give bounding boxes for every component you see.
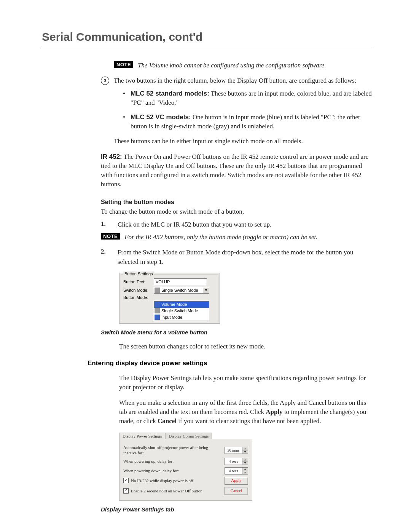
dropdown-item-input-mode[interactable]: Input Mode [154, 314, 209, 321]
dropdown-item-volume-mode[interactable]: Volume Mode [154, 301, 209, 308]
spinner-value: 4 secs [225, 468, 242, 474]
tab-display-comm-settings[interactable]: Display Comm Settings [165, 433, 212, 439]
button-settings-panel: Button Settings Button Text: Switch Mode… [119, 273, 220, 324]
ir452-label: IR 452: [101, 153, 122, 160]
display-power-settings-panel: Display Power Settings Display Comm Sett… [119, 432, 252, 500]
fieldset-legend: Button Settings [123, 272, 154, 276]
row-auto-shutoff: Automatically shut-off projector power a… [123, 445, 248, 455]
note-ir452-buttons: NOTE For the IR 452 buttons, only the bu… [101, 233, 373, 242]
ol-num: 1. [101, 220, 107, 229]
spinner-powerup-delay[interactable]: 4 secs ▲ ▼ [225, 458, 248, 465]
spinner-up-icon[interactable]: ▲ [242, 468, 248, 471]
spinner-down-icon[interactable]: ▼ [242, 451, 248, 454]
cancel-button[interactable]: Cancel [225, 487, 248, 495]
bullet-label: MLC 52 VC models: [131, 113, 191, 121]
title-rule [42, 46, 373, 46]
dropdown-item-label: Input Mode [160, 315, 182, 320]
swatch-icon [155, 302, 160, 307]
checkbox-2sec-hold[interactable]: ✓ [123, 488, 129, 494]
spinner-up-icon[interactable]: ▲ [242, 447, 248, 451]
tab-display-power-settings[interactable]: Display Power Settings [119, 433, 165, 439]
input-button-text[interactable] [154, 278, 207, 285]
row-switch-mode: Switch Mode: Single Switch Mode ▼ [123, 287, 216, 294]
note-volume-knob: NOTE The Volume knob cannot be configure… [114, 61, 373, 70]
ol-step-2: 2. From the Switch Mode or Button Mode d… [101, 248, 373, 266]
caption-display-power-settings-tab: Display Power Settings tab [101, 506, 373, 513]
row-powerup-delay: When powering up, delay for: 4 secs ▲ ▼ [123, 458, 248, 465]
select-value: Single Switch Mode [160, 288, 203, 292]
dropdown-item-single-switch[interactable]: Single Switch Mode [154, 308, 209, 314]
section2-p1: The Display Power Settings tab lets you … [119, 374, 373, 392]
row-button-text: Button Text: [123, 278, 216, 285]
heading-setting-button-modes: Setting the button modes [101, 199, 373, 206]
ol-step2-body: From the Switch Mode or Button Mode drop… [118, 248, 373, 266]
note-badge: NOTE [114, 61, 133, 68]
note-text: The Volume knob cannot be configured usi… [138, 61, 326, 70]
heading-entering-display-power: Entering display device power settings [88, 359, 373, 367]
row-powerdown-delay: When powering down, delay for: 4 secs ▲ … [123, 467, 248, 474]
ol-num: 2. [101, 248, 107, 266]
caption-switch-mode-menu: Switch Mode menu for a volume button [101, 329, 373, 335]
row-no-ir232: ✓ No IR/232 while display power is off A… [123, 477, 248, 485]
ir452-paragraph: IR 452: The Power On and Power Off butto… [101, 152, 373, 189]
chevron-down-icon[interactable]: ▼ [203, 288, 209, 293]
select-switch-mode[interactable]: Single Switch Mode ▼ [154, 287, 209, 294]
spinner-value: 30 mins [225, 447, 242, 454]
checkbox-label: No IR/232 while display power is off [131, 478, 193, 483]
label-auto-shutoff: Automatically shut-off projector power a… [123, 445, 221, 455]
dropdown-switch-mode-open[interactable]: Volume Mode Single Switch Mode Input Mod… [154, 301, 209, 321]
step-number-3: 3 [101, 77, 109, 85]
ol-step1-body: Click on the MLC or IR 452 button that y… [118, 220, 271, 229]
spinner-powerdown-delay[interactable]: 4 secs ▲ ▼ [225, 467, 248, 474]
row-button-mode: Button Mode: [123, 295, 216, 300]
bullet-dot: • [123, 113, 125, 131]
section2-p2: When you make a selection in any of the … [119, 398, 373, 426]
bullet-label: MLC 52 standard models: [131, 90, 209, 97]
note-badge: NOTE [101, 233, 120, 240]
swatch-icon [155, 315, 160, 320]
step3-lead: The two buttons in the right column, bel… [114, 76, 373, 85]
label-powerdown-delay: When powering down, delay for: [123, 468, 221, 473]
bullet-standard-models: • MLC 52 standard models: These buttons … [123, 89, 373, 107]
label-button-mode: Button Mode: [123, 295, 154, 300]
bullet-vc-models: • MLC 52 VC models: One button is in inp… [123, 113, 373, 131]
checkbox-label: Enable 2 second hold on Power Off button [131, 489, 202, 493]
step3-after: These buttons can be in either input or … [114, 137, 373, 146]
spinner-up-icon[interactable]: ▲ [242, 458, 248, 462]
spinner-down-icon[interactable]: ▼ [242, 462, 248, 465]
ir452-rest: The Power On and Power Off buttons on th… [101, 153, 368, 188]
setting-modes-intro: To change the button mode or switch mode… [101, 207, 373, 216]
dropdown-item-label: Volume Mode [160, 302, 187, 307]
ol-step-1: 1. Click on the MLC or IR 452 button tha… [101, 220, 373, 229]
row-enable-2sec-hold: ✓ Enable 2 second hold on Power Off butt… [123, 487, 248, 495]
note-text: For the IR 452 buttons, only the button … [124, 233, 317, 242]
dropdown-item-label: Single Switch Mode [160, 308, 198, 313]
label-switch-mode: Switch Mode: [123, 288, 154, 292]
label-button-text: Button Text: [123, 280, 154, 284]
label-powerup-delay: When powering up, delay for: [123, 459, 221, 464]
step-3: 3 The two buttons in the right column, b… [101, 76, 373, 146]
chapter-title: Serial Communication, cont'd [42, 30, 373, 43]
checkbox-no-ir232[interactable]: ✓ [123, 478, 129, 483]
spinner-value: 4 secs [225, 458, 242, 465]
swatch-icon [155, 288, 160, 293]
spinner-auto-shutoff[interactable]: 30 mins ▲ ▼ [225, 447, 248, 454]
apply-button[interactable]: Apply [225, 477, 248, 485]
spinner-down-icon[interactable]: ▼ [242, 471, 248, 474]
after-ui1-text: The screen button changes color to refle… [119, 342, 373, 351]
bullet-dot: • [123, 89, 125, 107]
swatch-icon [155, 308, 160, 313]
